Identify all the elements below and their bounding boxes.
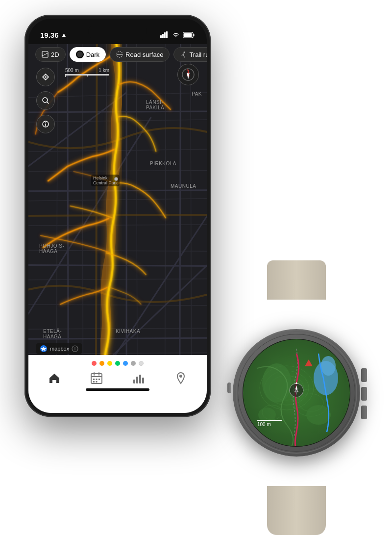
side-controls xyxy=(36,68,55,133)
dot-orange xyxy=(99,361,104,366)
svg-point-70 xyxy=(179,375,182,378)
svg-line-39 xyxy=(42,53,48,56)
mapbox-logo: mapbox xyxy=(36,343,82,354)
status-icons xyxy=(160,31,195,38)
notch xyxy=(88,24,147,40)
watch-button-top[interactable] xyxy=(361,368,367,382)
watch: /* ticks added below */ xyxy=(220,290,372,496)
dot-gray xyxy=(131,361,136,366)
info-icon xyxy=(42,120,49,128)
nav-items xyxy=(28,372,207,384)
svg-rect-67 xyxy=(136,377,138,383)
label-kivihaka: KIVIHAKA xyxy=(116,329,140,334)
dot-light xyxy=(139,361,144,366)
svg-rect-64 xyxy=(93,381,95,382)
svg-point-79 xyxy=(321,356,336,376)
watch-button-bot[interactable] xyxy=(361,406,367,419)
svg-point-55 xyxy=(74,347,75,348)
svg-rect-69 xyxy=(142,378,144,383)
nav-dots xyxy=(28,359,207,366)
search-icon xyxy=(42,97,49,104)
btn-trail-run[interactable]: Trail run xyxy=(173,47,207,62)
svg-rect-63 xyxy=(98,379,100,380)
svg-rect-34 xyxy=(166,31,168,38)
dot-green xyxy=(115,361,120,366)
battery-icon xyxy=(183,32,195,38)
nav-calendar[interactable] xyxy=(75,372,118,384)
status-time: 19.36 ▲ xyxy=(40,31,67,39)
svg-rect-31 xyxy=(160,35,162,38)
label-pirkkola: PIRKKOLA xyxy=(150,161,176,166)
compass: N xyxy=(177,64,199,85)
btn-search[interactable] xyxy=(36,91,55,110)
map-2d-icon xyxy=(42,51,49,58)
watch-crown[interactable] xyxy=(227,382,231,393)
stats-icon xyxy=(132,372,145,384)
label-maunula: MAUNULA xyxy=(171,183,196,189)
dot-red xyxy=(92,361,97,366)
dot-yellow xyxy=(107,361,112,366)
watch-case: /* ticks added below */ xyxy=(233,329,360,457)
nav-home[interactable] xyxy=(33,372,75,384)
svg-rect-61 xyxy=(93,379,95,380)
svg-rect-68 xyxy=(139,375,141,383)
svg-rect-66 xyxy=(133,380,135,383)
svg-rect-36 xyxy=(194,34,195,36)
calendar-icon xyxy=(90,372,103,384)
nav-stats[interactable] xyxy=(118,372,160,384)
mapbox-icon xyxy=(40,345,48,353)
bottom-nav xyxy=(28,355,207,413)
scale-bar: 500 m 1 km xyxy=(65,68,109,76)
label-pak: PAK xyxy=(192,91,202,97)
svg-rect-83 xyxy=(257,420,282,421)
btn-info[interactable] xyxy=(36,115,55,133)
watch-button-mid[interactable] xyxy=(361,387,367,401)
home-icon xyxy=(48,372,61,384)
location-arrow-icon xyxy=(42,73,49,81)
map-area: LÄNSI-PAKILA PIRKKOLA MAUNULA POHJOIS-HA… xyxy=(28,19,207,413)
svg-point-51 xyxy=(45,123,46,124)
band-top xyxy=(267,260,326,300)
map-controls: 2D Dark Road surface xyxy=(35,47,200,62)
label-etela-haaga: ETELÄ-HAAGA xyxy=(43,329,62,339)
home-bar xyxy=(86,388,149,391)
svg-rect-32 xyxy=(162,34,164,38)
pin-icon xyxy=(174,372,187,384)
band-bottom xyxy=(267,486,326,535)
info-circle-icon xyxy=(72,345,78,352)
svg-text:N: N xyxy=(187,69,189,72)
watch-screen: 100 m ▲ xyxy=(243,339,350,447)
wifi-icon xyxy=(172,32,180,38)
scale-labels: 500 m 1 km xyxy=(65,68,109,73)
scene: LÄNSI-PAKILA PIRKKOLA MAUNULA POHJOIS-HA… xyxy=(0,0,392,535)
run-icon xyxy=(180,51,187,58)
svg-line-49 xyxy=(47,102,49,103)
svg-rect-37 xyxy=(184,33,192,37)
btn-dark[interactable]: Dark xyxy=(70,47,106,62)
watch-map-svg: 100 m ▲ xyxy=(243,339,350,447)
road-icon xyxy=(116,51,123,58)
btn-location[interactable] xyxy=(36,68,55,86)
svg-point-47 xyxy=(45,76,47,78)
svg-text:▲: ▲ xyxy=(295,381,298,384)
dot-blue xyxy=(123,361,128,366)
scale-line xyxy=(65,74,109,76)
location-icon: ▲ xyxy=(61,31,67,38)
signal-icon xyxy=(160,31,169,38)
phone: LÄNSI-PAKILA PIRKKOLA MAUNULA POHJOIS-HA… xyxy=(24,15,211,417)
svg-rect-65 xyxy=(96,381,98,382)
svg-point-81 xyxy=(306,405,331,425)
compass-icon: N xyxy=(181,68,195,81)
btn-road-surface[interactable]: Road surface xyxy=(110,47,170,62)
btn-2d[interactable]: 2D xyxy=(35,47,66,62)
svg-rect-33 xyxy=(164,32,166,38)
nav-location[interactable] xyxy=(160,372,202,384)
label-pohjois-haaga: POHJOIS-HAAGA xyxy=(39,243,64,254)
svg-rect-62 xyxy=(96,379,98,380)
status-bar: 19.36 ▲ xyxy=(28,19,207,44)
svg-text:100 m: 100 m xyxy=(257,422,271,427)
phone-inner: LÄNSI-PAKILA PIRKKOLA MAUNULA POHJOIS-HA… xyxy=(28,19,207,413)
label-lansi-pakila: LÄNSI-PAKILA xyxy=(146,100,164,110)
mapbox-footer: mapbox xyxy=(36,343,82,354)
